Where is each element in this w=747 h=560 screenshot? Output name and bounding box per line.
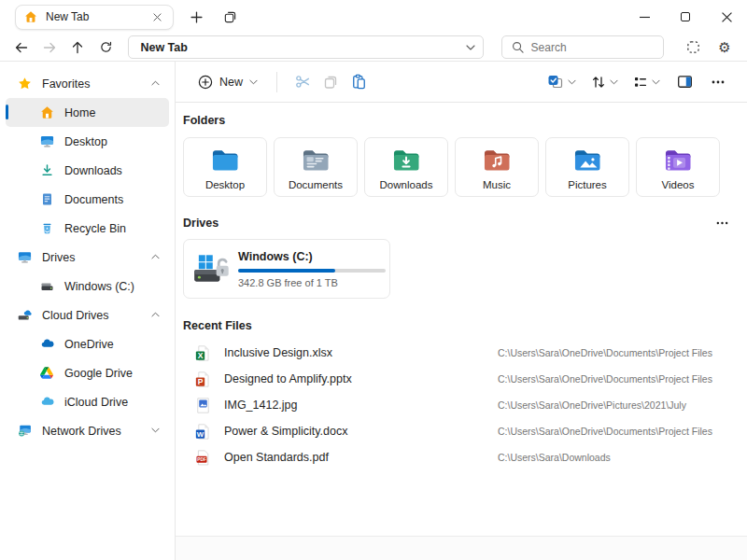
item-label: Google Drive xyxy=(64,367,133,380)
file-row[interactable]: PDF Open Standards.pdf C:\Users\Sara\Dow… xyxy=(183,444,728,470)
maximize-button[interactable] xyxy=(665,0,706,34)
folder-tile-music[interactable]: Music xyxy=(455,137,539,197)
tab-new-tab[interactable]: New Tab xyxy=(15,5,174,30)
folder-tile-videos[interactable]: Videos xyxy=(636,137,720,197)
copy-button[interactable] xyxy=(317,68,345,96)
sidebar-item-home[interactable]: Home xyxy=(6,98,169,127)
sidebar-item-documents[interactable]: Documents xyxy=(6,185,169,214)
minimize-icon xyxy=(640,12,650,22)
tile-label: Downloads xyxy=(380,179,433,190)
marquee-select-icon xyxy=(686,40,700,54)
title-bar: New Tab xyxy=(0,0,747,34)
recent-files-section-title: Recent Files xyxy=(183,319,728,332)
file-row[interactable]: W Power & Simplicity.docx C:\Users\Sara\… xyxy=(183,418,728,444)
navbar-actions: ⚙ xyxy=(682,36,736,59)
view-button[interactable] xyxy=(628,71,665,93)
item-label: Windows (C:) xyxy=(64,280,134,293)
chevron-down-icon xyxy=(568,79,576,85)
sidebar-item-recycle-bin[interactable]: Recycle Bin xyxy=(6,214,169,243)
settings-button[interactable]: ⚙ xyxy=(713,36,736,59)
file-row[interactable]: X Inclusive Design.xlsx C:\Users\Sara\On… xyxy=(183,340,728,366)
forward-button[interactable] xyxy=(39,36,61,59)
tab-title: New Tab xyxy=(46,10,141,23)
file-name: IMG_1412.jpg xyxy=(224,399,498,412)
minimize-button[interactable] xyxy=(624,0,665,34)
word-file-icon: W xyxy=(195,424,211,440)
sidebar-item-google-drive[interactable]: Google Drive xyxy=(6,358,169,387)
file-path: C:\Users\Sara\OneDrive\Pictures\2021\Jul… xyxy=(498,399,686,411)
sidebar-item-icloud-drive[interactable]: iCloud Drive xyxy=(6,387,169,416)
arrow-up-icon xyxy=(70,40,85,55)
sidebar-item-downloads[interactable]: Downloads xyxy=(6,156,169,185)
new-button[interactable]: New xyxy=(190,70,265,94)
close-window-button[interactable] xyxy=(706,0,747,34)
copy-icon xyxy=(323,75,338,90)
plus-icon xyxy=(190,11,203,23)
address-input[interactable] xyxy=(140,41,459,54)
arrow-left-icon xyxy=(14,40,29,55)
folder-tile-desktop[interactable]: Desktop xyxy=(183,137,267,197)
select-checkbox-icon xyxy=(547,75,564,90)
command-toolbar: New xyxy=(176,62,747,103)
file-row[interactable]: P Designed to Amplify.pptx C:\Users\Sara… xyxy=(183,366,728,392)
toolbar-right xyxy=(543,68,732,96)
file-path: C:\Users\Sara\OneDrive\Documents\Project… xyxy=(498,426,712,437)
onedrive-icon xyxy=(39,337,54,352)
hard-drive-icon xyxy=(39,279,54,294)
music-folder-icon xyxy=(480,144,514,177)
item-label: Desktop xyxy=(64,135,107,148)
address-bar[interactable] xyxy=(128,35,483,59)
sort-button[interactable] xyxy=(586,71,623,93)
details-pane-icon xyxy=(677,74,693,90)
chevron-up-icon[interactable] xyxy=(151,80,160,86)
item-label: Downloads xyxy=(64,164,122,177)
paste-button[interactable] xyxy=(345,68,373,96)
plus-circle-icon xyxy=(198,75,213,90)
chevron-up-icon[interactable] xyxy=(151,254,160,259)
drive-usage-text: 342.8 GB free of 1 TB xyxy=(238,277,386,288)
see-more-button[interactable] xyxy=(704,68,732,96)
item-label: Documents xyxy=(64,193,123,206)
sort-arrows-icon xyxy=(591,75,606,90)
item-label: iCloud Drive xyxy=(64,396,128,409)
drive-card-windows-c[interactable]: Windows (C:) 342.8 GB free of 1 TB xyxy=(183,239,390,299)
folder-tile-pictures[interactable]: Pictures xyxy=(545,137,629,197)
sidebar-item-desktop[interactable]: Desktop xyxy=(6,127,169,156)
bitlocker-drive-icon xyxy=(191,249,231,288)
new-tab-button[interactable] xyxy=(185,6,207,28)
back-button[interactable] xyxy=(11,36,33,59)
chevron-down-icon xyxy=(249,79,258,85)
image-file-icon xyxy=(195,398,211,413)
file-row[interactable]: IMG_1412.jpg C:\Users\Sara\OneDrive\Pict… xyxy=(183,392,728,418)
recent-files-list: X Inclusive Design.xlsx C:\Users\Sara\On… xyxy=(183,340,728,470)
sidebar: Favorites Home Desktop Downloads xyxy=(0,62,176,560)
videos-folder-icon xyxy=(661,144,695,177)
item-label: OneDrive xyxy=(64,338,114,351)
multiselect-button[interactable] xyxy=(543,71,581,93)
tab-list-button[interactable] xyxy=(218,6,241,28)
sidebar-item-windows-c[interactable]: Windows (C:) xyxy=(6,272,169,301)
sidebar-item-onedrive[interactable]: OneDrive xyxy=(6,329,169,358)
search-icon xyxy=(512,41,524,53)
folder-tile-downloads[interactable]: Downloads xyxy=(364,137,448,197)
sidebar-section-favorites[interactable]: Favorites xyxy=(6,69,169,98)
refresh-button[interactable] xyxy=(95,36,117,59)
sidebar-section-drives[interactable]: Drives xyxy=(6,243,169,272)
tab-close-button[interactable] xyxy=(148,8,165,25)
search-box[interactable] xyxy=(501,35,664,59)
folder-tile-documents[interactable]: Documents xyxy=(274,137,358,197)
drives-see-more-button[interactable] xyxy=(716,221,728,225)
chevron-down-icon[interactable] xyxy=(151,427,160,433)
search-input[interactable] xyxy=(531,41,654,54)
sidebar-section-cloud-drives[interactable]: Cloud Drives xyxy=(6,301,169,329)
multitask-select-button[interactable] xyxy=(682,36,704,59)
tile-label: Videos xyxy=(662,179,695,190)
downloads-folder-icon xyxy=(389,144,423,177)
up-button[interactable] xyxy=(67,36,89,59)
cut-button[interactable] xyxy=(289,68,317,96)
sidebar-section-network-drives[interactable]: Network Drives xyxy=(6,416,169,445)
home-icon xyxy=(23,9,38,24)
chevron-up-icon[interactable] xyxy=(151,312,160,317)
chevron-down-icon[interactable] xyxy=(466,45,475,50)
details-pane-button[interactable] xyxy=(670,68,698,96)
